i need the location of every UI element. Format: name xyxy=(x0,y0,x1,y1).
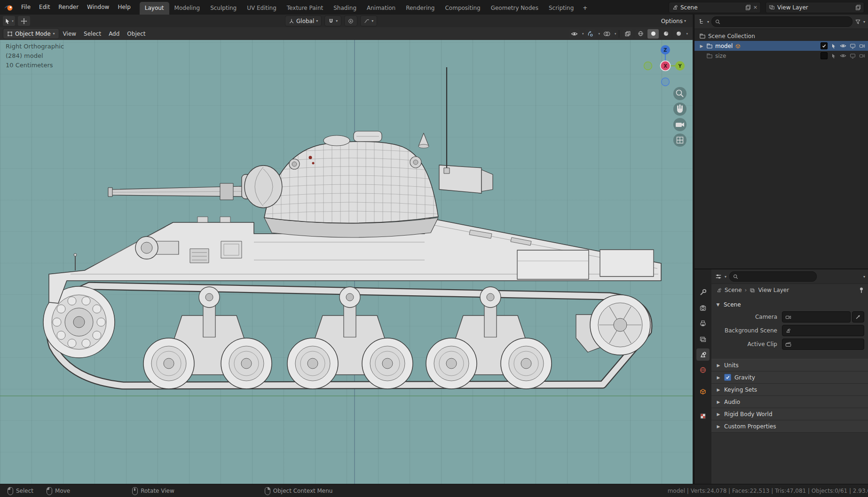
viewport-monitor-icon[interactable] xyxy=(850,43,856,49)
tab-output[interactable] xyxy=(696,317,710,330)
menu-help[interactable]: Help xyxy=(113,0,134,15)
gizmos-toggle-button[interactable] xyxy=(585,29,596,39)
background-scene-field[interactable] xyxy=(782,325,864,336)
menu-window[interactable]: Window xyxy=(83,0,113,15)
viewport-menu-add[interactable]: Add xyxy=(105,31,123,37)
exclude-checkbox[interactable] xyxy=(821,42,828,49)
panel-keying-sets[interactable]: ▶ Keying Sets xyxy=(711,384,868,396)
tab-render[interactable] xyxy=(696,302,710,314)
overlays-toggle-button[interactable] xyxy=(601,29,613,39)
selectable-pointer-icon[interactable] xyxy=(831,53,836,59)
workspace-tab-compositing[interactable]: Compositing xyxy=(440,2,485,15)
eyedropper-button[interactable] xyxy=(852,311,864,323)
tab-object[interactable] xyxy=(696,385,710,397)
ortho-toggle-button[interactable] xyxy=(673,134,687,147)
chevron-down-icon[interactable]: ▾ xyxy=(863,20,865,24)
navigation-gizmo[interactable]: Z Y X xyxy=(644,45,685,86)
transform-orientation-dropdown[interactable]: Global ▾ xyxy=(285,16,322,26)
workspace-tab-modeling[interactable]: Modeling xyxy=(169,2,205,15)
shading-rendered-button[interactable] xyxy=(673,29,684,39)
filter-icon[interactable] xyxy=(855,19,861,25)
workspace-tab-shading[interactable]: Shading xyxy=(328,2,362,15)
add-workspace-button[interactable]: + xyxy=(579,2,591,15)
viewport-scene[interactable]: Z Y X xyxy=(0,40,693,484)
shading-wireframe-button[interactable] xyxy=(635,29,646,39)
viewport-menu-object[interactable]: Object xyxy=(123,31,149,37)
camera-view-button[interactable] xyxy=(673,118,687,131)
panel-units[interactable]: ▶ Units xyxy=(711,359,868,371)
scene-collection-row[interactable]: Scene Collection xyxy=(694,31,868,41)
zoom-button[interactable] xyxy=(673,87,687,100)
active-tool-dropdown[interactable]: ▾ xyxy=(3,16,15,26)
move-tool-button[interactable] xyxy=(18,16,30,26)
properties-search-input[interactable] xyxy=(729,271,817,282)
workspace-tab-geometry-nodes[interactable]: Geometry Nodes xyxy=(486,2,544,15)
hide-eye-icon[interactable] xyxy=(840,43,846,48)
viewport-canvas[interactable]: Right Orthographic (284) model 10 Centim… xyxy=(0,40,693,484)
scene-panel-header[interactable]: ▼ Scene xyxy=(711,299,868,310)
proportional-falloff-dropdown[interactable]: ▾ xyxy=(360,16,377,26)
render-camera-icon[interactable] xyxy=(859,43,865,48)
tank-model[interactable] xyxy=(43,67,661,389)
outliner-search-input[interactable] xyxy=(711,16,852,27)
workspace-tab-rendering[interactable]: Rendering xyxy=(401,2,440,15)
menu-edit[interactable]: Edit xyxy=(35,0,54,15)
menu-file[interactable]: File xyxy=(17,0,35,15)
breadcrumb-scene[interactable]: Scene xyxy=(725,287,742,293)
shading-material-button[interactable] xyxy=(660,29,671,39)
scene-selector[interactable]: Scene × xyxy=(669,2,761,13)
chevron-down-icon: ▾ xyxy=(598,32,600,36)
tab-world[interactable] xyxy=(696,364,710,376)
pin-icon[interactable] xyxy=(859,287,864,293)
panel-rigid-body-world[interactable]: ▶ Rigid Body World xyxy=(711,408,868,420)
outliner-row-size[interactable]: size xyxy=(694,51,868,61)
disclosure-triangle-icon[interactable]: ▶ xyxy=(699,44,704,48)
workspace-tab-animation[interactable]: Animation xyxy=(362,2,401,15)
new-scene-icon[interactable] xyxy=(745,5,751,10)
view-layer-selector[interactable]: View Layer xyxy=(765,2,864,13)
snap-toggle-button[interactable]: ▾ xyxy=(324,16,341,26)
workspace-tab-scripting[interactable]: Scripting xyxy=(544,2,579,15)
panel-audio[interactable]: ▶ Audio xyxy=(711,396,868,408)
chevron-down-icon[interactable]: ▾ xyxy=(725,275,726,279)
selectable-pointer-icon[interactable] xyxy=(831,43,836,49)
chevron-down-icon[interactable]: ▾ xyxy=(707,20,709,24)
tab-scene[interactable] xyxy=(696,348,710,361)
tab-texture[interactable] xyxy=(696,410,710,422)
axis-neg-y-ball[interactable] xyxy=(644,62,652,70)
workspace-tab-layout[interactable]: Layout xyxy=(140,2,169,15)
viewport-monitor-icon[interactable] xyxy=(850,53,856,59)
new-view-layer-icon[interactable] xyxy=(855,5,861,10)
menu-render[interactable]: Render xyxy=(54,0,83,15)
options-dropdown[interactable]: Options ▾ xyxy=(661,18,686,24)
workspace-tab-texture-paint[interactable]: Texture Paint xyxy=(282,2,328,15)
xray-toggle-button[interactable] xyxy=(622,29,633,39)
unlink-scene-icon[interactable]: × xyxy=(753,4,758,10)
object-types-visibility-button[interactable] xyxy=(569,29,580,39)
workspace-tab-uv-editing[interactable]: UV Editing xyxy=(242,2,282,15)
outliner-editor-icon[interactable] xyxy=(698,18,705,25)
active-clip-field[interactable] xyxy=(782,339,864,350)
proportional-editing-button[interactable] xyxy=(344,16,357,26)
pan-hand-button[interactable] xyxy=(673,103,687,116)
gravity-checkbox[interactable] xyxy=(724,374,731,381)
exclude-checkbox[interactable] xyxy=(821,52,828,59)
outliner-row-model[interactable]: ▶ model xyxy=(694,41,868,51)
tab-tool[interactable] xyxy=(696,286,710,299)
panel-gravity[interactable]: ▶ Gravity xyxy=(711,371,868,384)
render-camera-icon[interactable] xyxy=(859,53,865,58)
camera-field[interactable] xyxy=(782,311,851,323)
viewport-menu-view[interactable]: View xyxy=(59,31,80,37)
viewport-menu-select[interactable]: Select xyxy=(80,31,105,37)
axis-neg-z-ball[interactable] xyxy=(662,78,670,86)
blender-logo-icon[interactable] xyxy=(4,4,14,11)
workspace-tab-sculpting[interactable]: Sculpting xyxy=(205,2,242,15)
shading-solid-button[interactable] xyxy=(647,29,659,39)
properties-editor-icon[interactable] xyxy=(715,273,722,280)
tab-view-layer[interactable] xyxy=(696,333,710,345)
breadcrumb-view-layer[interactable]: View Layer xyxy=(758,287,789,293)
mode-dropdown[interactable]: Object Mode ▾ xyxy=(3,28,59,39)
chevron-down-icon[interactable]: ▾ xyxy=(863,275,865,279)
panel-custom-properties[interactable]: ▶ Custom Properties xyxy=(711,420,868,433)
hide-eye-icon[interactable] xyxy=(840,53,846,58)
